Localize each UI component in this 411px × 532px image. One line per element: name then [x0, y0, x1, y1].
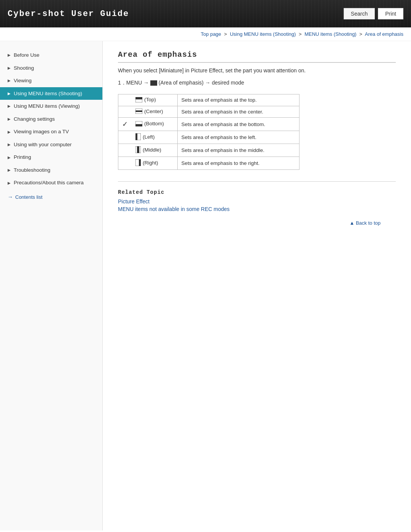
main-container: ▶ Before Use ▶ Shooting ▶ Viewing ▶ Usin…: [0, 41, 411, 530]
arrow-icon: ▶: [8, 142, 11, 147]
sidebar-item-label: Using MENU items (Shooting): [14, 90, 82, 97]
sidebar-item-label: Using with your computer: [14, 141, 72, 148]
icon-label-cell: (Right): [132, 157, 177, 170]
breadcrumb-sep3: >: [359, 31, 362, 37]
arrow-icon: ▶: [8, 129, 11, 134]
sidebar-item-shooting[interactable]: ▶ Shooting: [0, 62, 102, 75]
related-topic-title: Related Topic: [118, 189, 396, 195]
row-label: (Center): [144, 109, 163, 114]
sidebar-item-label: Troubleshooting: [14, 167, 50, 174]
arrow-icon: ▶: [8, 53, 11, 58]
icon-label-cell: (Middle): [132, 144, 177, 157]
icon-label-cell: (Bottom): [132, 118, 177, 131]
sidebar-item-printing[interactable]: ▶ Printing: [0, 151, 102, 164]
center-icon: [135, 109, 142, 114]
row-label: (Left): [143, 134, 155, 140]
svg-rect-11: [139, 159, 141, 166]
emphasis-table: (Top) Sets area of emphasis at the top.: [118, 94, 299, 170]
check-cell: [118, 131, 132, 144]
search-button[interactable]: Search: [344, 8, 375, 19]
icon-label-cell: (Top): [132, 94, 177, 106]
icon-wrapper: (Top): [135, 97, 156, 102]
svg-rect-7: [135, 133, 137, 140]
related-link-menu-items[interactable]: MENU items not available in some REC mod…: [118, 206, 396, 212]
breadcrumb-sep2: >: [299, 31, 302, 37]
page-description: When you select [Miniature] in Picture E…: [118, 67, 396, 73]
description-cell: Sets area of emphasis in the middle.: [177, 144, 299, 157]
icon-label-cell: (Left): [132, 131, 177, 144]
icon-wrapper: (Left): [135, 133, 155, 140]
breadcrumb-top[interactable]: Top page: [201, 31, 221, 37]
arrow-icon: ▶: [8, 155, 11, 160]
sidebar-item-changing-settings[interactable]: ▶ Changing settings: [0, 113, 102, 126]
sidebar-item-label: Using MENU items (Viewing): [14, 103, 80, 110]
instruction-text2: (Area of emphasis) → desired mode: [159, 80, 244, 86]
svg-rect-5: [135, 124, 142, 126]
contents-list-label: Contents list: [15, 194, 43, 200]
sidebar-item-troubleshooting[interactable]: ▶ Troubleshooting: [0, 164, 102, 177]
check-cell: [118, 144, 132, 157]
sidebar-item-label: Printing: [14, 154, 31, 161]
table-row: (Left) Sets area of emphasis to the left…: [118, 131, 299, 144]
left-icon: [135, 133, 141, 140]
sidebar: ▶ Before Use ▶ Shooting ▶ Viewing ▶ Usin…: [0, 41, 103, 530]
breadcrumb-link2[interactable]: MENU items (Shooting): [304, 31, 357, 37]
breadcrumb-sep1: >: [224, 31, 227, 37]
sidebar-item-label: Changing settings: [14, 116, 55, 123]
bottom-icon: [135, 121, 142, 126]
svg-rect-9: [137, 146, 139, 153]
sidebar-item-precautions[interactable]: ▶ Precautions/About this camera: [0, 176, 102, 189]
svg-rect-0: [135, 97, 142, 99]
back-to-top-link[interactable]: Back to top: [349, 220, 381, 226]
description-cell: Sets area of emphasis in the center.: [177, 106, 299, 118]
back-to-top-bar: Back to top: [118, 216, 396, 230]
breadcrumb-link1[interactable]: Using MENU items (Shooting): [230, 31, 296, 37]
description-cell: Sets area of emphasis to the right.: [177, 157, 299, 170]
table-row: (Middle) Sets area of emphasis in the mi…: [118, 144, 299, 157]
breadcrumb-current: Area of emphasis: [365, 31, 403, 37]
svg-rect-3: [135, 110, 142, 112]
arrow-icon: ▶: [8, 117, 11, 121]
contents-list-link[interactable]: → Contents list: [0, 189, 102, 203]
table-row: (Center) Sets area of emphasis in the ce…: [118, 106, 299, 118]
sidebar-item-using-computer[interactable]: ▶ Using with your computer: [0, 138, 102, 151]
sidebar-item-label: Precautions/About this camera: [14, 179, 84, 186]
table-row: (Right) Sets area of emphasis to the rig…: [118, 157, 299, 170]
breadcrumb: Top page > Using MENU items (Shooting) >…: [0, 27, 411, 41]
sidebar-item-before-use[interactable]: ▶ Before Use: [0, 49, 102, 62]
page-title: Area of emphasis: [118, 50, 396, 63]
app-title: Cyber-shot User Guide: [8, 9, 129, 19]
related-link-picture-effect[interactable]: Picture Effect: [118, 198, 396, 204]
check-cell: [118, 106, 132, 118]
header-actions: Search Print: [344, 8, 403, 19]
icon-wrapper: (Bottom): [135, 121, 164, 126]
sidebar-item-label: Viewing images on a TV: [14, 128, 69, 135]
icon-wrapper: (Right): [135, 159, 158, 166]
row-label: (Right): [143, 160, 158, 166]
instruction-text: 1．MENU →: [118, 80, 150, 86]
checkmark-icon: ✓: [122, 120, 128, 128]
arrow-icon: ▶: [8, 168, 11, 173]
check-cell: ✓: [118, 118, 132, 131]
right-icon: [135, 159, 141, 166]
icon-wrapper: (Middle): [135, 146, 161, 153]
sidebar-item-using-menu-shooting[interactable]: ▶ Using MENU items (Shooting): [0, 87, 102, 100]
content-area: Area of emphasis When you select [Miniat…: [103, 41, 411, 530]
arrow-icon: ▶: [8, 104, 11, 109]
sidebar-item-label: Viewing: [14, 77, 32, 84]
arrow-icon: ▶: [8, 181, 11, 185]
sidebar-item-using-menu-viewing[interactable]: ▶ Using MENU items (Viewing): [0, 100, 102, 113]
icon-label-cell: (Center): [132, 106, 177, 118]
check-cell: [118, 157, 132, 170]
table-row: ✓ (Bottom) Sets area of emphasis at the …: [118, 118, 299, 131]
row-label: (Top): [144, 97, 156, 102]
divider: [118, 181, 396, 182]
arrow-right-icon: →: [8, 194, 13, 200]
row-label: (Bottom): [144, 121, 164, 126]
print-button[interactable]: Print: [378, 8, 403, 19]
header: Cyber-shot User Guide Search Print: [0, 0, 411, 27]
sidebar-item-viewing[interactable]: ▶ Viewing: [0, 74, 102, 87]
sidebar-item-viewing-tv[interactable]: ▶ Viewing images on a TV: [0, 125, 102, 138]
sidebar-item-label: Before Use: [14, 52, 40, 59]
row-label: (Middle): [143, 147, 161, 153]
